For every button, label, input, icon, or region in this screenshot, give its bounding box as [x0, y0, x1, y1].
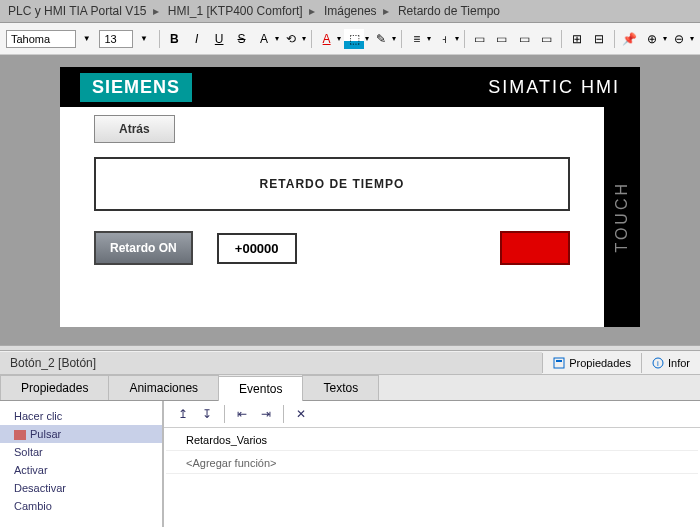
properties-icon	[553, 357, 565, 369]
siemens-logo: SIEMENS	[80, 73, 192, 102]
indent-left-icon[interactable]: ⇤	[233, 405, 251, 423]
font-button[interactable]: A	[254, 29, 273, 49]
chevron-right-icon: ▸	[309, 4, 315, 18]
underline-button[interactable]: U	[209, 29, 228, 49]
crumb[interactable]: HMI_1 [KTP400 Comfort]	[168, 4, 303, 18]
layer-button[interactable]: ▭	[492, 29, 511, 49]
event-type-list: Hacer clic Pulsar Soltar Activar Desacti…	[0, 401, 164, 527]
screen-title-box[interactable]: RETARDO DE TIEMPO	[94, 157, 570, 211]
svg-rect-0	[554, 358, 564, 368]
move-up-icon[interactable]: ↥	[174, 405, 192, 423]
tab-propiedades[interactable]: Propiedades	[0, 375, 109, 400]
crumb[interactable]: Imágenes	[324, 4, 377, 18]
event-icon	[14, 430, 26, 440]
italic-button[interactable]: I	[187, 29, 206, 49]
info-tab-button[interactable]: i Infor	[641, 353, 700, 373]
tab-eventos[interactable]: Eventos	[218, 376, 303, 401]
back-button[interactable]: Atrás	[94, 115, 175, 143]
crumb[interactable]: Retardo de Tiempo	[398, 4, 500, 18]
strikethrough-button[interactable]: S	[232, 29, 251, 49]
selected-object-label: Botón_2 [Botón]	[0, 352, 542, 374]
event-toolbar: ↥ ↧ ⇤ ⇥ ✕	[164, 401, 700, 428]
zoom-button[interactable]: ⊖	[670, 29, 689, 49]
tab-textos[interactable]: Textos	[302, 375, 379, 400]
fill-color-button[interactable]: ⬚	[344, 29, 363, 49]
function-row[interactable]: Retardos_Varios	[166, 430, 698, 451]
arrange-button[interactable]: ⊟	[590, 29, 609, 49]
device-header: SIEMENS SIMATIC HMI	[60, 67, 640, 107]
event-activate[interactable]: Activar	[0, 461, 162, 479]
event-deactivate[interactable]: Desactivar	[0, 479, 162, 497]
bold-button[interactable]: B	[165, 29, 184, 49]
svg-text:i: i	[657, 359, 659, 368]
align-vert-button[interactable]: ⫞	[434, 29, 453, 49]
layer-button[interactable]: ▭	[470, 29, 489, 49]
event-functions: ↥ ↧ ⇤ ⇥ ✕ Retardos_Varios <Agregar funci…	[164, 401, 700, 527]
rotate-button[interactable]: ⟲	[282, 29, 301, 49]
chevron-right-icon: ▸	[153, 4, 159, 18]
io-field[interactable]: +00000	[217, 233, 297, 264]
arrange-button[interactable]: ⊞	[567, 29, 586, 49]
chevron-down-icon[interactable]: ▼	[134, 29, 153, 49]
events-panel: Hacer clic Pulsar Soltar Activar Desacti…	[0, 401, 700, 527]
function-list-table: Retardos_Varios <Agregar función>	[164, 428, 700, 476]
info-icon: i	[652, 357, 664, 369]
zoom-button[interactable]: ⊕	[642, 29, 661, 49]
pin-icon[interactable]: 📌	[620, 29, 639, 49]
line-color-button[interactable]: ✎	[372, 29, 391, 49]
event-press[interactable]: Pulsar	[0, 425, 162, 443]
properties-tab-button[interactable]: Propiedades	[542, 353, 641, 373]
chevron-down-icon[interactable]: ▼	[77, 29, 96, 49]
layer-button[interactable]: ▭	[537, 29, 556, 49]
breadcrumb: PLC y HMI TIA Portal V15▸ HMI_1 [KTP400 …	[0, 0, 700, 23]
indent-right-icon[interactable]: ⇥	[257, 405, 275, 423]
retardo-on-button[interactable]: Retardo ON	[94, 231, 193, 265]
chevron-right-icon: ▸	[383, 4, 389, 18]
layer-button[interactable]: ▭	[515, 29, 534, 49]
touch-label: TOUCH	[613, 181, 631, 253]
inspector-tabs: Propiedades Animaciones Eventos Textos	[0, 375, 700, 401]
hmi-screen[interactable]: Atrás RETARDO DE TIEMPO Retardo ON +0000…	[60, 107, 604, 327]
inspector-header: Botón_2 [Botón] Propiedades i Infor	[0, 351, 700, 375]
add-function-row[interactable]: <Agregar función>	[166, 453, 698, 474]
indicator-lamp[interactable]	[500, 231, 570, 265]
product-title: SIMATIC HMI	[488, 77, 620, 98]
move-down-icon[interactable]: ↧	[198, 405, 216, 423]
device-side-bezel: TOUCH	[604, 107, 640, 327]
crumb[interactable]: PLC y HMI TIA Portal V15	[8, 4, 147, 18]
svg-rect-1	[556, 360, 562, 362]
event-change[interactable]: Cambio	[0, 497, 162, 515]
align-left-button[interactable]: ≡	[407, 29, 426, 49]
tab-animaciones[interactable]: Animaciones	[108, 375, 219, 400]
event-release[interactable]: Soltar	[0, 443, 162, 461]
event-click[interactable]: Hacer clic	[0, 407, 162, 425]
font-size-select[interactable]	[99, 30, 133, 48]
hmi-design-canvas[interactable]: SIEMENS SIMATIC HMI TOUCH Atrás RETARDO …	[0, 55, 700, 345]
device-frame: SIEMENS SIMATIC HMI TOUCH Atrás RETARDO …	[60, 67, 640, 327]
font-family-select[interactable]	[6, 30, 76, 48]
font-color-button[interactable]: A	[317, 29, 336, 49]
format-toolbar: ▼ ▼ B I U S A▾ ⟲▾ A▾ ⬚▾ ✎▾ ≡▾ ⫞▾ ▭ ▭ ▭ ▭…	[0, 23, 700, 55]
delete-icon[interactable]: ✕	[292, 405, 310, 423]
